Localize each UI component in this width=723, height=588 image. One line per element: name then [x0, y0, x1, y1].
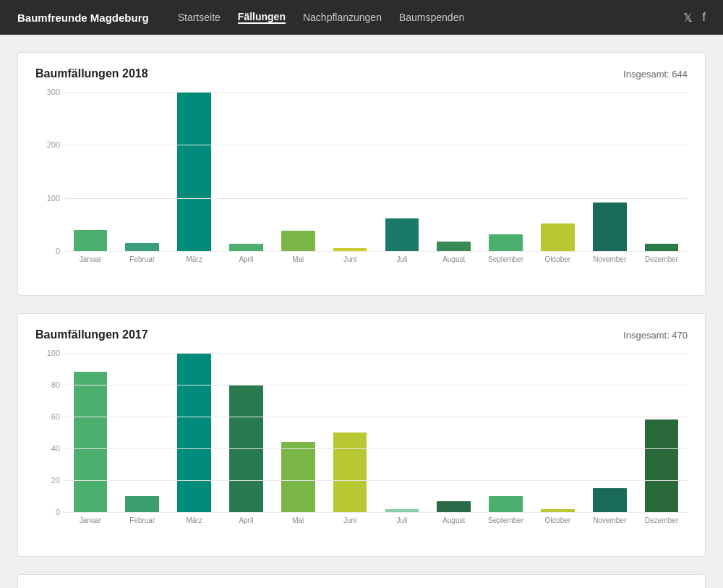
chart-card-2: Baumfällungen 2016Insgesamt: 633 [17, 574, 706, 588]
month-label-1-7: August [428, 516, 480, 524]
bar-group-1-10 [583, 353, 636, 512]
bar-0-3 [229, 244, 263, 251]
month-label-0-6: Juli [376, 255, 428, 263]
bar-group-1-7 [428, 353, 480, 512]
bar-0-2 [177, 92, 211, 251]
nav-social: 𝕏 f [683, 11, 706, 25]
bar-1-4 [281, 442, 315, 512]
bar-0-9 [541, 223, 575, 251]
nav-baumspenden[interactable]: Baumspenden [399, 12, 464, 23]
labels-row-0: JanuarFebruarMärzAprilMaiJuniJuliAugustS… [64, 255, 688, 263]
y-label-1-0: 0 [56, 508, 64, 516]
bar-group-0-3 [220, 92, 272, 251]
bar-group-1-9 [531, 353, 583, 512]
month-label-1-10: November [583, 516, 636, 524]
bar-group-0-0 [64, 92, 116, 251]
month-label-1-2: März [168, 516, 221, 524]
bar-0-5 [333, 248, 367, 251]
bar-group-0-7 [428, 92, 480, 251]
bar-0-1 [125, 243, 159, 251]
bar-0-10 [593, 203, 627, 251]
month-label-1-5: Juni [324, 516, 376, 524]
month-label-0-7: August [428, 255, 480, 263]
bar-1-9 [541, 509, 575, 512]
bar-1-5 [333, 433, 367, 512]
y-label-1-40: 40 [51, 444, 64, 453]
month-label-0-3: April [220, 255, 272, 263]
y-label-0-0: 0 [56, 247, 64, 255]
bar-1-6 [385, 509, 419, 512]
bar-0-6 [385, 218, 419, 251]
bar-group-0-5 [324, 92, 376, 251]
y-label-1-60: 60 [51, 412, 64, 421]
bar-1-11 [645, 419, 679, 512]
y-label-1-100: 100 [47, 349, 64, 357]
month-label-0-4: Mai [272, 255, 324, 263]
month-label-0-10: November [583, 255, 636, 263]
bar-group-1-0 [64, 353, 116, 512]
main-nav: Baumfreunde Magdeburg Startseite Fällung… [0, 0, 723, 35]
chart-title-1: Baumfällungen 2017 [35, 328, 148, 341]
bars-container-0 [64, 92, 688, 251]
bar-0-11 [645, 244, 679, 251]
twitter-icon[interactable]: 𝕏 [683, 11, 693, 25]
page-content: Baumfällungen 2018Insgesamt: 64401002003… [0, 35, 723, 588]
month-label-0-9: Oktober [531, 255, 583, 263]
y-label-0-100: 100 [47, 194, 64, 203]
bars-container-1 [64, 353, 688, 512]
bar-group-0-2 [168, 92, 221, 251]
chart-total-0: Insgesamt: 644 [623, 69, 688, 80]
bar-1-7 [437, 501, 471, 512]
bar-0-0 [74, 230, 108, 251]
y-label-0-200: 200 [47, 140, 64, 149]
month-label-1-4: Mai [272, 516, 324, 524]
chart-wrapper-1: 020406080100JanuarFebruarMärzAprilMaiJun… [35, 353, 688, 545]
bar-group-0-11 [636, 92, 688, 251]
month-label-1-3: April [220, 516, 272, 524]
bar-group-0-1 [116, 92, 168, 251]
month-label-1-1: Februar [116, 516, 168, 524]
chart-card-0: Baumfällungen 2018Insgesamt: 64401002003… [17, 52, 706, 296]
bar-group-1-2 [168, 353, 221, 512]
y-label-1-80: 80 [51, 380, 64, 389]
bar-1-10 [593, 488, 627, 512]
labels-row-1: JanuarFebruarMärzAprilMaiJuniJuliAugustS… [64, 516, 688, 524]
chart-title-0: Baumfällungen 2018 [35, 67, 148, 80]
chart-total-1: Insgesamt: 470 [623, 330, 688, 341]
bar-group-0-6 [376, 92, 428, 251]
facebook-icon[interactable]: f [703, 11, 706, 25]
nav-nachpflanzungen[interactable]: Nachpflanzungen [303, 12, 382, 23]
nav-brand: Baumfreunde Magdeburg [17, 12, 149, 24]
month-label-0-8: September [480, 255, 532, 263]
bar-group-1-11 [636, 353, 688, 512]
bar-group-0-8 [480, 92, 532, 251]
bar-group-1-6 [376, 353, 428, 512]
bar-0-7 [437, 242, 471, 251]
bar-0-4 [281, 231, 315, 251]
bar-1-1 [125, 496, 159, 512]
bar-1-0 [74, 372, 108, 512]
month-label-0-0: Januar [64, 255, 116, 263]
month-label-1-6: Juli [376, 516, 428, 524]
y-label-1-20: 20 [51, 476, 64, 485]
bar-group-1-5 [324, 353, 376, 512]
bar-group-1-4 [272, 353, 324, 512]
chart-card-1: Baumfällungen 2017Insgesamt: 47002040608… [17, 313, 706, 557]
month-label-0-2: März [168, 255, 221, 263]
bar-group-0-4 [272, 92, 324, 251]
month-label-0-1: Februar [116, 255, 168, 263]
y-label-0-300: 300 [47, 88, 64, 96]
bar-0-8 [489, 234, 523, 251]
month-label-0-11: Dezember [636, 255, 688, 263]
nav-faellungen[interactable]: Fällungen [238, 11, 286, 24]
month-label-1-11: Dezember [636, 516, 688, 524]
bar-1-2 [177, 353, 211, 512]
bar-group-0-10 [583, 92, 636, 251]
nav-startseite[interactable]: Startseite [178, 12, 221, 23]
month-label-0-5: Juni [324, 255, 376, 263]
bar-1-3 [229, 385, 263, 512]
bar-group-1-1 [116, 353, 168, 512]
chart-wrapper-0: 0100200300JanuarFebruarMärzAprilMaiJuniJ… [35, 92, 688, 284]
month-label-1-0: Januar [64, 516, 116, 524]
bar-1-8 [489, 496, 523, 512]
